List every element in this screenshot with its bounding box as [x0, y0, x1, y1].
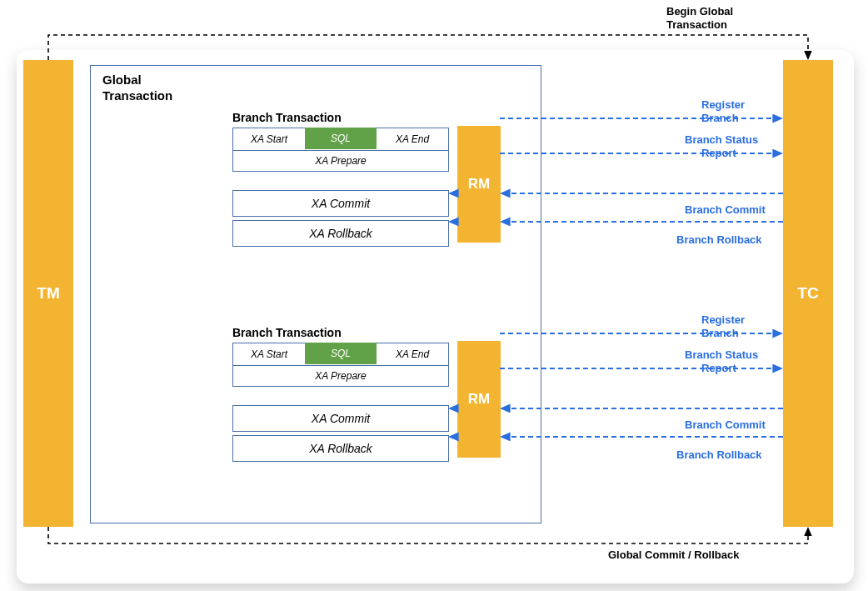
xa-end: XA End — [377, 348, 448, 360]
lbl-begin-global: Begin Global Transaction — [666, 5, 733, 31]
branch-group-2: Branch Transaction XA Start SQL XA End X… — [232, 326, 449, 465]
xa-start: XA Start — [233, 348, 305, 360]
lbl-register-2: Register — [701, 313, 745, 327]
branch-box-1: XA Start SQL XA End XA Prepare — [232, 128, 449, 172]
tc-block: TC — [783, 60, 833, 527]
lbl-commit-2: Branch Commit — [685, 418, 766, 432]
lbl-report-1: Report — [701, 147, 736, 160]
rm-label: RM — [468, 391, 490, 408]
branch-title: Branch Transaction — [232, 326, 449, 339]
lbl-report-2: Report — [701, 362, 736, 375]
lbl-global-commit: Global Commit / Rollback — [608, 548, 739, 562]
lbl-rollback-2: Branch Rollback — [676, 448, 762, 462]
global-transaction-box: Global Transaction Branch Transaction XA… — [90, 65, 541, 523]
lbl-rollback-1: Branch Rollback — [676, 233, 762, 247]
sql-block: SQL — [305, 343, 377, 364]
branch-title: Branch Transaction — [232, 111, 449, 124]
lbl-status-2: Branch Status — [685, 348, 758, 362]
tc-label: TC — [797, 284, 818, 303]
global-title: Global Transaction — [102, 73, 172, 104]
tm-block: TM — [23, 60, 73, 527]
xa-commit-1: XA Commit — [232, 190, 449, 217]
rm-block-2: RM — [457, 341, 501, 458]
lbl-commit-1: Branch Commit — [685, 203, 766, 217]
sql-block: SQL — [305, 128, 377, 149]
xa-end: XA End — [377, 133, 448, 145]
lbl-register-1: Register — [701, 98, 745, 112]
xa-start: XA Start — [233, 133, 305, 145]
branch-box-2: XA Start SQL XA End XA Prepare — [232, 343, 449, 387]
tm-label: TM — [37, 284, 59, 303]
xa-prepare: XA Prepare — [233, 365, 448, 386]
xa-prepare: XA Prepare — [233, 150, 448, 171]
rm-block-1: RM — [457, 126, 501, 243]
lbl-branch-1: Branch — [701, 112, 739, 125]
branch-group-1: Branch Transaction XA Start SQL XA End X… — [232, 111, 449, 250]
lbl-status-1: Branch Status — [685, 133, 758, 147]
lbl-branch-2: Branch — [701, 327, 739, 340]
rm-label: RM — [468, 176, 490, 193]
xa-commit-2: XA Commit — [232, 405, 449, 432]
xa-rollback-1: XA Rollback — [232, 220, 449, 247]
xa-rollback-2: XA Rollback — [232, 435, 449, 462]
